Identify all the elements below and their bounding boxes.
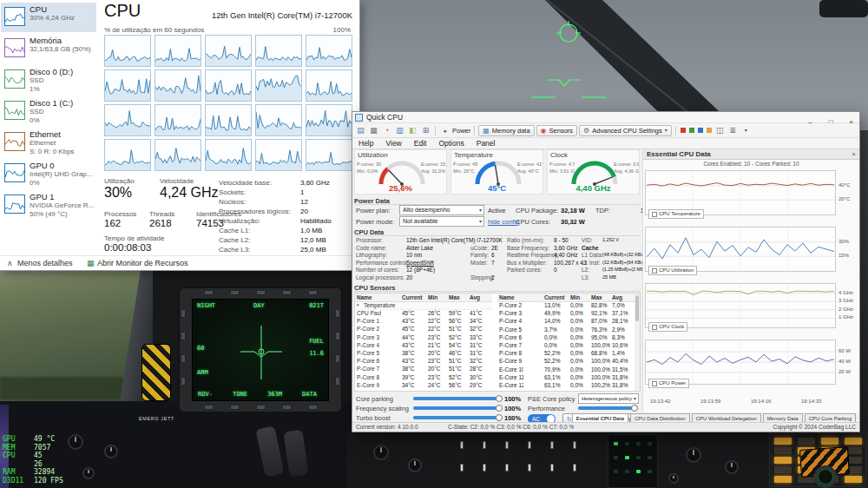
palette-swatch-icon[interactable] [707,128,712,133]
chart-svg [306,140,352,170]
frequency-scaling-slider[interactable] [413,406,500,410]
toolbar-separator [675,126,676,135]
chart-svg [206,140,251,170]
column-header[interactable]: Current [544,294,564,300]
sensors-button[interactable]: ◉Sensors [536,125,578,136]
advanced-cpu-settings-button[interactable]: ⚙Advanced CPU Settings▾ [579,125,672,136]
sidebar-item-cpu[interactable]: CPU30% 4,24 GHz [1,3,96,32]
spec-value: 12,0 MB [300,236,326,244]
palette-swatch-icon[interactable] [681,128,686,133]
memory-data-button[interactable]: ▦Memory data [478,125,534,136]
titlebar[interactable]: Quick CPU – □ × [352,112,859,123]
cpu-core-chart-1 [155,35,201,67]
column-header[interactable]: Name [499,294,515,300]
sensor-cell: 14,0% [544,318,569,324]
hide-config-link[interactable]: hide config [488,218,519,226]
chart-legend-toggle[interactable]: CPU Clock [648,322,687,332]
column-header[interactable]: Avg [470,294,480,300]
pe-core-policy-select[interactable]: Heterogeneous policy▾ [578,393,639,404]
gauge-value: 4,40 GHz [548,183,639,193]
column-header[interactable]: Name [357,294,372,300]
sidebar-item-mem-ria[interactable]: Memória32,1/63,8 GB (50%) [1,34,96,63]
scrollbar-thumb[interactable] [635,295,639,321]
sensors-scrollbar[interactable] [635,293,640,392]
advanced-cpu-settings-button-icon: ⚙ [583,126,589,135]
cpu-sensors-header: CPU Sensors [354,284,641,292]
chart-svg [5,133,24,150]
slider-handle[interactable] [496,405,503,412]
column-header[interactable]: Max [591,294,602,300]
slider-label: Frequency scaling [356,405,409,412]
tune-icon[interactable]: ◧ [407,125,418,136]
slider-handle[interactable] [496,395,503,402]
chart-legend-toggle[interactable]: CPU Power [648,379,689,388]
cpu-data-value[interactable]: SpeedShift [406,260,434,266]
cpu-icon[interactable]: ▦ [368,125,379,136]
column-header[interactable]: Min [428,294,437,300]
app-icon [355,114,363,122]
cpu-data-label: Realtime Frequency: [507,252,559,258]
sidebar-item-gpu-1[interactable]: GPU 1NVIDIA GeForce R...50% (49 °C) [1,190,96,220]
sidebar-item-detail: NVIDIA GeForce R... [30,201,95,209]
power-toolbar-item[interactable]: Power [452,127,470,135]
sidebar-item-gpu-0[interactable]: GPU 0Intel(R) UHD Grap...0% [1,159,96,188]
sidebar-item-disco-0-d-[interactable]: Disco 0 (D:)SSD1% [1,65,96,95]
sidebar-item-ethernet[interactable]: EthernetEthernetS: 0 R: 0 Kbps [1,128,96,157]
cpu-core-chart-14 [306,104,352,136]
legend-checkbox[interactable] [652,325,657,330]
legend-checkbox[interactable] [652,268,657,274]
y-axis-tick: 4 GHz [838,290,853,295]
frequency-icon[interactable]: ▥ [394,125,405,136]
sensor-group-header[interactable]: ▾Temperature [355,302,492,310]
column-header[interactable]: Current [402,294,422,300]
taskman-sidebar: CPU30% 4,24 GHzMemória32,1/63,8 GB (50%)… [0,0,97,255]
palette-swatch-icon[interactable] [698,128,703,133]
menu-item-edit[interactable]: Edit [408,138,433,148]
chart-svg [105,36,150,66]
fewer-details-button[interactable]: Menos detalhes [17,256,73,270]
power-plan-select[interactable]: Alto desempenho▾ [399,205,484,215]
gauge-icon[interactable]: ◔ [381,125,392,136]
y-axis-tick: 20°C [838,196,850,201]
cpu-data-label: L2: [582,267,589,273]
cpu-static-stats: Velocidade base:3,60 GHzSockets:1Núcleos… [219,179,358,255]
status-bar: Current version: 4.10.0.0 C-State: C2: 0… [352,422,859,432]
grid-icon[interactable]: ⊞ [420,125,431,136]
column-header[interactable]: Max [449,294,460,300]
sensor-cell: P-Core 1 [357,318,381,324]
sensors-button-label: Sensors [549,126,574,135]
layout-icon[interactable]: ◫ [714,125,726,136]
sidebar-item-disco-1-c-[interactable]: Disco 1 (C:)SSD0% [1,96,96,126]
open-resource-monitor-link[interactable]: Abrir Monitor de Recursos [97,256,188,270]
performance-slider[interactable] [578,406,635,410]
y-axis-tick: 30% [838,239,849,244]
menu-item-options[interactable]: Options [432,138,470,148]
sensor-cell: 1,4% [612,350,636,356]
chart-legend-toggle[interactable]: CPU Temperature [648,209,704,219]
legend-checkbox[interactable] [652,381,657,386]
sensor-cell: P-Core 6 [357,358,381,364]
cpu-core-chart-7 [205,69,252,102]
sensor-group-label: Temperature [364,302,396,308]
core-parking-slider[interactable] [413,397,500,400]
chevron-down-icon[interactable]: ▾ [740,125,752,136]
overview-icon[interactable]: ▤ [355,125,366,136]
panel-close-icon[interactable]: × [852,149,856,159]
column-header[interactable]: Min [570,294,580,300]
legend-checkbox[interactable] [652,212,657,217]
spec-row: Cache L2:12,0 MB [219,236,358,246]
column-header[interactable]: Avg [612,294,622,300]
menu-item-panel[interactable]: Panel [470,138,502,148]
menu-item-view[interactable]: View [379,138,407,148]
sensor-cell: E-Core 11 [499,374,523,380]
power-plan-status: Active [488,207,505,214]
chart-legend-toggle[interactable]: CPU Utilization [648,266,697,275]
fps-label: RAM [3,468,34,477]
slider-handle[interactable] [631,405,638,412]
power-mode-select[interactable]: Not available▾ [399,216,484,227]
x-axis-tick: 19:13:59 [700,399,720,404]
menu-item-help[interactable]: Help [352,138,379,148]
palette-swatch-icon[interactable] [689,128,694,133]
sensor-cell: 63,1% [544,374,569,380]
list-icon[interactable]: ≣ [727,125,739,136]
